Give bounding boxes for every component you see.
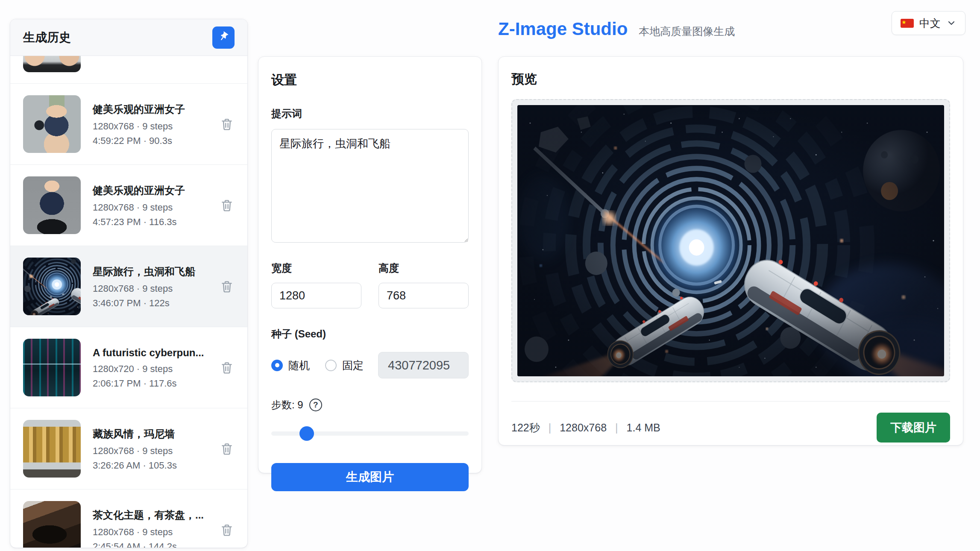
status-row: 122秒 | 1280x768 | 1.4 MB 下载图片 — [511, 413, 950, 443]
preview-divider — [511, 401, 950, 402]
preview-heading: 预览 — [511, 70, 950, 88]
history-item-text: 健美乐观的亚洲女子 1280x768 · 9 steps 4:57:23 PM … — [93, 184, 214, 227]
slider-thumb[interactable] — [299, 426, 314, 441]
status-resolution: 1280x768 — [560, 422, 607, 434]
history-item-title: 星际旅行，虫洞和飞船 — [93, 265, 214, 278]
history-item[interactable]: 茶文化主题，有茶盘，... 1280x768 · 9 steps 2:45:54… — [10, 489, 247, 548]
history-item-title: 茶文化主题，有茶盘，... — [93, 508, 214, 522]
china-flag-icon — [901, 19, 914, 28]
history-item-title: 健美乐观的亚洲女子 — [93, 103, 214, 116]
language-selector[interactable]: 中文 — [892, 11, 965, 35]
history-thumbnail — [23, 339, 81, 396]
history-item-time: 3:46:07 PM · 122s — [93, 299, 214, 308]
history-item-time: 3:26:26 AM · 105.3s — [93, 461, 214, 470]
generated-image[interactable] — [517, 105, 944, 376]
history-item-meta: 1280x768 · 9 steps — [93, 284, 214, 293]
app-title: Z-Image Studio — [498, 19, 628, 39]
history-item-time: 2:06:17 PM · 117.6s — [93, 379, 214, 388]
history-item-meta: 1280x768 · 9 steps — [93, 122, 214, 131]
prompt-label: 提示词 — [271, 107, 469, 120]
steps-label: 步数: 9 — [271, 398, 303, 412]
steps-row: 步数: 9 ? — [271, 398, 469, 412]
trash-icon[interactable] — [220, 198, 235, 213]
history-sidebar: 生成历史 健美乐观的亚洲女子 1280x768 · 9 steps 4:59:2… — [10, 19, 248, 548]
width-field-group: 宽度 — [271, 261, 361, 308]
seed-random-label[interactable]: 随机 — [288, 358, 310, 372]
history-header: 生成历史 — [10, 19, 247, 56]
history-list: 健美乐观的亚洲女子 1280x768 · 9 steps 4:59:22 PM … — [10, 56, 247, 548]
generate-button[interactable]: 生成图片 — [271, 463, 469, 491]
history-item-text: 星际旅行，虫洞和飞船 1280x768 · 9 steps 3:46:07 PM… — [93, 265, 214, 308]
app-root: 生成历史 健美乐观的亚洲女子 1280x768 · 9 steps 4:59:2… — [0, 0, 980, 551]
app-header: Z-Image Studio 本地高质量图像生成 — [498, 19, 735, 39]
pin-button[interactable] — [212, 26, 235, 49]
history-thumbnail — [23, 420, 81, 478]
history-item[interactable]: 藏族风情，玛尼墙 1280x768 · 9 steps 3:26:26 AM ·… — [10, 408, 247, 489]
trash-icon[interactable] — [220, 442, 235, 456]
history-item-time: 4:57:23 PM · 116.3s — [93, 217, 214, 227]
history-item-title: 健美乐观的亚洲女子 — [93, 184, 214, 197]
settings-panel: 设置 提示词 星际旅行，虫洞和飞船 宽度 高度 种子 (Seed) 随机 固定 … — [258, 56, 482, 473]
history-thumbnail — [23, 258, 81, 315]
dimensions-row: 宽度 高度 — [271, 261, 469, 308]
history-item-text: 健美乐观的亚洲女子 1280x768 · 9 steps 4:59:22 PM … — [93, 103, 214, 146]
history-item-meta: 1280x768 · 9 steps — [93, 446, 214, 456]
trash-icon[interactable] — [220, 117, 235, 132]
seed-fixed-label[interactable]: 固定 — [342, 358, 364, 372]
width-input[interactable] — [271, 283, 361, 308]
history-item[interactable]: A futuristic cyberpun... 1280x720 · 9 st… — [10, 327, 247, 408]
seed-label: 种子 (Seed) — [271, 327, 469, 341]
height-field-group: 高度 — [379, 261, 469, 308]
history-item[interactable]: 健美乐观的亚洲女子 1280x768 · 9 steps 4:57:23 PM … — [10, 164, 247, 246]
chevron-down-icon — [946, 18, 957, 28]
pin-icon — [218, 31, 229, 44]
status-filesize: 1.4 MB — [627, 422, 660, 434]
status-separator: | — [615, 422, 618, 434]
width-label: 宽度 — [271, 261, 361, 275]
history-item-meta: 1280x720 · 9 steps — [93, 364, 214, 374]
height-input[interactable] — [379, 283, 469, 308]
history-thumbnail — [23, 501, 81, 548]
preview-stage — [511, 99, 950, 382]
history-item-meta: 1280x768 · 9 steps — [93, 203, 214, 212]
history-item-time: 4:59:22 PM · 90.3s — [93, 136, 214, 146]
history-thumbnail — [23, 176, 81, 234]
history-thumbnail — [23, 95, 81, 153]
history-item[interactable]: 健美乐观的亚洲女子 1280x768 · 9 steps 4:59:22 PM … — [10, 83, 247, 164]
history-thumbnail — [23, 56, 81, 72]
help-icon[interactable]: ? — [309, 399, 322, 411]
language-label: 中文 — [919, 16, 941, 30]
history-item-title: 藏族风情，玛尼墙 — [93, 427, 214, 441]
history-item-text: 藏族风情，玛尼墙 1280x768 · 9 steps 3:26:26 AM ·… — [93, 427, 214, 470]
download-button[interactable]: 下载图片 — [877, 413, 950, 443]
history-item-meta: 1280x768 · 9 steps — [93, 528, 214, 537]
app-subtitle: 本地高质量图像生成 — [639, 24, 735, 38]
preview-panel: 预览 122秒 | 1280x768 | 1.4 MB 下载图片 — [498, 56, 963, 445]
steps-slider[interactable] — [271, 426, 469, 441]
status-separator: | — [549, 422, 552, 434]
history-item-title: A futuristic cyberpun... — [93, 347, 214, 359]
trash-icon[interactable] — [220, 279, 235, 294]
prompt-input[interactable]: 星际旅行，虫洞和飞船 — [271, 129, 469, 243]
status-duration: 122秒 — [511, 421, 540, 435]
history-item-selected[interactable]: 星际旅行，虫洞和飞船 1280x768 · 9 steps 3:46:07 PM… — [10, 246, 247, 327]
trash-icon[interactable] — [220, 360, 235, 375]
history-title: 生成历史 — [23, 29, 71, 46]
height-label: 高度 — [379, 261, 469, 275]
seed-fixed-radio[interactable] — [325, 360, 337, 371]
history-item-text: 茶文化主题，有茶盘，... 1280x768 · 9 steps 2:45:54… — [93, 508, 214, 548]
seed-random-radio[interactable] — [271, 360, 283, 371]
trash-icon[interactable] — [220, 523, 235, 537]
history-item-text: A futuristic cyberpun... 1280x720 · 9 st… — [93, 347, 214, 388]
settings-heading: 设置 — [271, 71, 469, 89]
history-item-partial[interactable] — [10, 56, 247, 83]
seed-row: 随机 固定 — [271, 352, 469, 378]
status-text: 122秒 | 1280x768 | 1.4 MB — [511, 421, 660, 435]
seed-value-input[interactable] — [378, 352, 469, 378]
history-item-time: 2:45:54 AM · 144.2s — [93, 542, 214, 548]
